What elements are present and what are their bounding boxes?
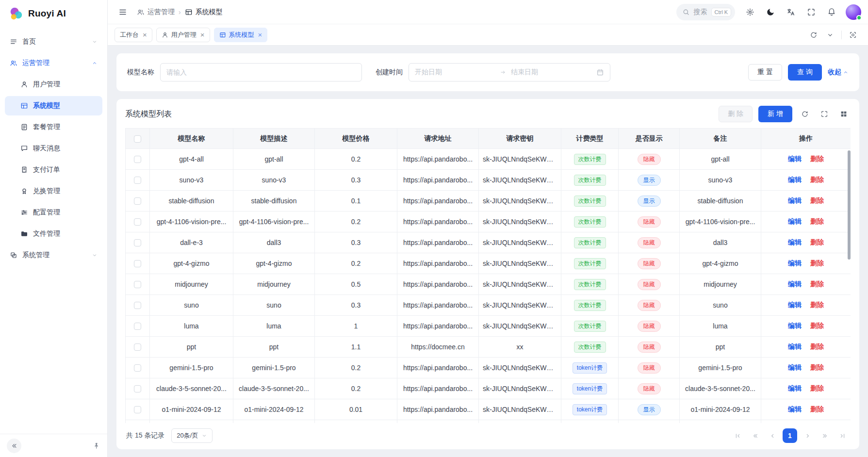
edit-link[interactable]: 编辑 xyxy=(788,196,802,204)
first-page-button[interactable] xyxy=(730,428,745,443)
next-page-button[interactable] xyxy=(800,428,815,443)
delete-link[interactable]: 删除 xyxy=(810,196,824,204)
sidebar-item-file-management[interactable]: 文件管理 xyxy=(5,224,102,244)
breadcrumb-item-system-model[interactable]: 系统模型 xyxy=(185,8,223,16)
billing-type-tag: 次数计费 xyxy=(574,258,606,269)
row-checkbox[interactable] xyxy=(134,406,141,413)
edit-link[interactable]: 编辑 xyxy=(788,301,802,309)
reset-button[interactable]: 重 置 xyxy=(748,64,782,81)
tab-close-icon[interactable]: × xyxy=(143,31,147,38)
language-button[interactable] xyxy=(783,4,799,20)
table-refresh-button[interactable] xyxy=(798,107,812,121)
row-checkbox[interactable] xyxy=(134,239,141,246)
row-checkbox[interactable] xyxy=(134,323,141,330)
delete-link[interactable]: 删除 xyxy=(810,301,824,309)
delete-link[interactable]: 删除 xyxy=(810,280,824,288)
edit-link[interactable]: 编辑 xyxy=(788,384,802,392)
tab-menu-button[interactable] xyxy=(822,28,838,42)
collapse-label: 收起 xyxy=(828,68,841,77)
content-fullscreen-button[interactable] xyxy=(845,28,861,42)
delete-link[interactable]: 删除 xyxy=(810,343,824,350)
sidebar-collapse-button[interactable] xyxy=(7,439,21,453)
page-size-select[interactable]: 20条/页 xyxy=(171,428,213,443)
prev-page-button[interactable] xyxy=(765,428,780,443)
cell-model-desc: suno xyxy=(233,295,315,316)
breadcrumb-item-operations[interactable]: 运营管理 xyxy=(137,8,175,16)
edit-link[interactable]: 编辑 xyxy=(788,363,802,371)
delete-link[interactable]: 删除 xyxy=(810,217,824,225)
edit-link[interactable]: 编辑 xyxy=(788,238,802,246)
notifications-button[interactable] xyxy=(823,4,840,20)
global-search[interactable]: 搜索 Ctrl K xyxy=(676,4,736,20)
row-checkbox[interactable] xyxy=(134,177,141,184)
cell-billing-type: 次数计费 xyxy=(561,191,619,212)
query-button[interactable]: 查 询 xyxy=(788,64,822,81)
row-checkbox[interactable] xyxy=(134,260,141,267)
sidebar-item-system[interactable]: 系统管理 xyxy=(5,245,102,265)
sidebar-item-home[interactable]: 首页 xyxy=(5,32,102,51)
visibility-tag: 显示 xyxy=(638,196,661,207)
table-row: dall-e-3 dall3 0.3 https://api.pandarobo… xyxy=(126,232,851,253)
cell-remark: gemini-1.5-pro xyxy=(680,358,761,378)
delete-link[interactable]: 删除 xyxy=(810,405,824,413)
row-checkbox[interactable] xyxy=(134,281,141,288)
sidebar-item-operations[interactable]: 运营管理 xyxy=(5,53,102,73)
sidebar-toggle-button[interactable] xyxy=(115,4,131,20)
delete-link[interactable]: 删除 xyxy=(810,259,824,267)
collapse-filter-link[interactable]: 收起 xyxy=(828,68,849,77)
row-checkbox[interactable] xyxy=(134,343,141,351)
edit-link[interactable]: 编辑 xyxy=(788,217,802,225)
tab-close-icon[interactable]: × xyxy=(200,31,205,38)
delete-link[interactable]: 删除 xyxy=(810,322,824,329)
sidebar-item-payment-orders[interactable]: 支付订单 xyxy=(5,160,102,180)
row-checkbox[interactable] xyxy=(134,197,141,205)
row-checkbox[interactable] xyxy=(134,385,141,392)
delete-link[interactable]: 删除 xyxy=(810,238,824,246)
fullscreen-button[interactable] xyxy=(803,4,819,20)
sidebar-item-system-model[interactable]: 系统模型 xyxy=(5,96,102,115)
edit-link[interactable]: 编辑 xyxy=(788,322,802,329)
sidebar-item-chat-messages[interactable]: 聊天消息 xyxy=(5,139,102,158)
column-settings-button[interactable] xyxy=(837,107,851,121)
theme-toggle-button[interactable] xyxy=(762,4,779,20)
sidebar-item-config-management[interactable]: 配置管理 xyxy=(5,203,102,222)
table-scrollbar[interactable] xyxy=(848,150,851,260)
delete-link[interactable]: 删除 xyxy=(810,176,824,183)
batch-delete-button[interactable]: 删 除 xyxy=(719,106,753,122)
prev-pages-button[interactable] xyxy=(748,428,762,443)
row-checkbox[interactable] xyxy=(134,156,141,163)
next-pages-button[interactable] xyxy=(818,428,832,443)
edit-link[interactable]: 编辑 xyxy=(788,176,802,183)
tab-user-management[interactable]: 用户管理 × xyxy=(156,28,210,42)
settings-button[interactable] xyxy=(742,4,758,20)
row-checkbox[interactable] xyxy=(134,364,141,372)
model-name-input[interactable] xyxy=(160,63,362,82)
delete-link[interactable]: 删除 xyxy=(810,155,824,163)
sidebar-item-redeem-management[interactable]: 兑换管理 xyxy=(5,181,102,201)
refresh-page-button[interactable] xyxy=(805,28,822,42)
select-all-checkbox[interactable] xyxy=(134,135,141,143)
app-logo[interactable]: Ruoyi AI xyxy=(0,0,107,27)
cell-model-desc: stable-diffusion xyxy=(233,191,315,212)
tab-workbench[interactable]: 工作台 × xyxy=(115,28,152,42)
row-checkbox[interactable] xyxy=(134,302,141,309)
date-range-picker[interactable]: 开始日期 结束日期 xyxy=(409,63,610,82)
delete-link[interactable]: 删除 xyxy=(810,363,824,371)
add-button[interactable]: 新 增 xyxy=(758,106,792,122)
edit-link[interactable]: 编辑 xyxy=(788,405,802,413)
tab-close-icon[interactable]: × xyxy=(258,31,262,38)
sidebar-item-user-management[interactable]: 用户管理 xyxy=(5,75,102,94)
last-page-button[interactable] xyxy=(835,428,850,443)
page-1-button[interactable]: 1 xyxy=(783,428,797,443)
delete-link[interactable]: 删除 xyxy=(810,384,824,392)
user-avatar[interactable] xyxy=(846,4,861,20)
edit-link[interactable]: 编辑 xyxy=(788,259,802,267)
pin-icon[interactable] xyxy=(93,442,100,450)
table-fullscreen-button[interactable] xyxy=(818,107,831,121)
sidebar-item-package-management[interactable]: 套餐管理 xyxy=(5,117,102,137)
edit-link[interactable]: 编辑 xyxy=(788,155,802,163)
edit-link[interactable]: 编辑 xyxy=(788,280,802,288)
edit-link[interactable]: 编辑 xyxy=(788,343,802,350)
tab-system-model[interactable]: 系统模型 × xyxy=(214,28,268,42)
row-checkbox[interactable] xyxy=(134,218,141,226)
